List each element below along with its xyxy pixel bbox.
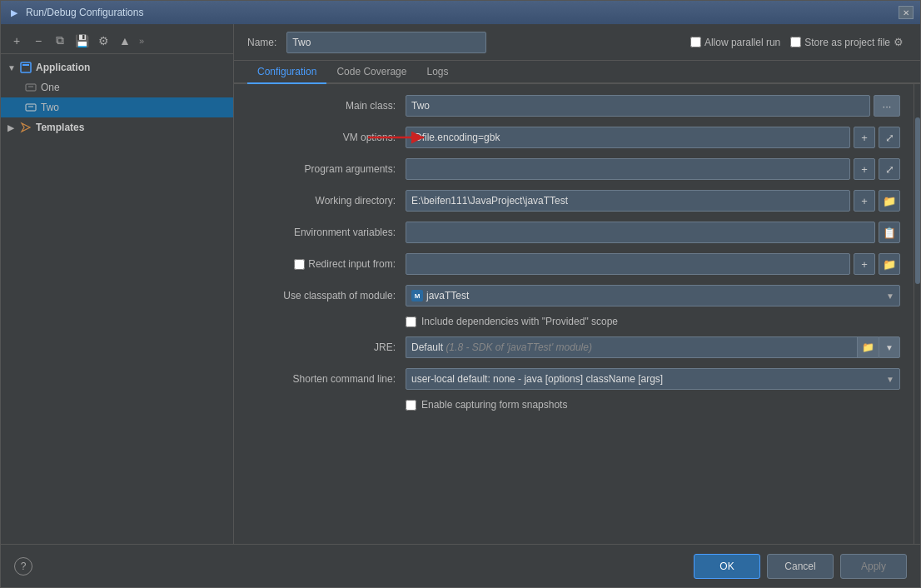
right-panel: Name: Allow parallel run Store as projec…	[234, 24, 920, 544]
sidebar: + − ⧉ 💾 ⚙ ▲ » ▼ Application	[1, 24, 234, 544]
jre-folder-button[interactable]: 📁	[857, 336, 879, 358]
main-content: + − ⧉ 💾 ⚙ ▲ » ▼ Application	[1, 24, 920, 544]
jre-input[interactable]: Default (1.8 - SDK of 'javaTTest' module…	[406, 336, 857, 358]
program-args-row: Program arguments: + ⤢	[247, 157, 900, 181]
env-vars-input[interactable]	[406, 222, 875, 243]
two-config-icon	[24, 101, 37, 114]
title-bar: ▶ Run/Debug Configurations ✕	[1, 1, 920, 24]
help-button[interactable]: ?	[14, 557, 32, 576]
application-group-icon	[19, 61, 32, 74]
redirect-input-checkbox[interactable]	[294, 259, 305, 270]
allow-parallel-checkbox[interactable]	[690, 37, 701, 47]
jre-value-muted: (1.8 - SDK of 'javaTTest' module)	[446, 341, 592, 353]
two-config-label: Two	[41, 102, 59, 113]
config-content: Main class: ··· VM options: +	[234, 84, 914, 544]
jre-row: JRE: Default (1.8 - SDK of 'javaTTest' m…	[247, 336, 900, 359]
store-project-gear-icon[interactable]: ⚙	[894, 36, 907, 49]
program-args-add-button[interactable]: +	[854, 158, 875, 180]
program-args-input[interactable]	[406, 158, 850, 180]
save-config-button[interactable]: 💾	[72, 32, 91, 50]
tabs-row: Configuration Code Coverage Logs	[234, 61, 920, 84]
main-class-label: Main class:	[247, 100, 406, 112]
shorten-cmd-row: Shorten command line: user-local default…	[247, 367, 900, 391]
env-vars-edit-button[interactable]: 📋	[879, 222, 900, 243]
classpath-caret-icon: ▼	[886, 292, 894, 301]
right-scrollbar[interactable]	[914, 84, 920, 544]
name-input[interactable]	[286, 32, 486, 53]
apply-button[interactable]: Apply	[840, 554, 907, 579]
vm-options-expand-button[interactable]: ⤢	[879, 127, 900, 148]
add-config-button[interactable]: +	[7, 32, 26, 50]
working-dir-browse-button[interactable]: 📁	[879, 190, 900, 212]
include-deps-checkbox[interactable]	[406, 316, 416, 327]
working-dir-add-button[interactable]: +	[854, 190, 875, 212]
shorten-cmd-caret-icon: ▼	[886, 375, 894, 384]
more-actions[interactable]: »	[139, 36, 144, 46]
svg-rect-2	[26, 84, 36, 91]
tree-item-one[interactable]: One	[1, 77, 233, 97]
vm-options-row: VM options: + ⤢	[247, 126, 900, 149]
ok-button[interactable]: OK	[694, 554, 760, 579]
working-dir-label: Working directory:	[247, 195, 406, 207]
tab-logs[interactable]: Logs	[416, 61, 458, 84]
jre-value: Default	[411, 341, 443, 353]
redirect-input-label: Redirect input from:	[305, 258, 396, 270]
redirect-add-button[interactable]: +	[854, 253, 875, 275]
module-icon: M	[411, 290, 423, 301]
one-config-icon	[24, 81, 37, 94]
config-form: Main class: ··· VM options: +	[234, 84, 914, 544]
working-dir-input[interactable]	[406, 190, 850, 212]
redirect-browse-button[interactable]: 📁	[879, 253, 900, 275]
env-vars-row: Environment variables: 📋	[247, 221, 900, 244]
tab-code-coverage[interactable]: Code Coverage	[326, 61, 416, 84]
tab-configuration[interactable]: Configuration	[247, 61, 326, 84]
vm-options-field: + ⤢	[406, 127, 900, 148]
templates-group-icon	[19, 121, 32, 134]
jre-label: JRE:	[247, 341, 406, 353]
include-deps-row: Include dependencies with "Provided" sco…	[247, 316, 900, 327]
store-project-checkbox[interactable]	[790, 37, 801, 47]
env-vars-field: 📋	[406, 222, 900, 243]
redirect-input-input[interactable]	[406, 253, 850, 275]
remove-config-button[interactable]: −	[29, 32, 47, 50]
templates-expand-arrow: ▶	[7, 122, 17, 132]
copy-config-button[interactable]: ⧉	[51, 32, 69, 50]
move-up-button[interactable]: ▲	[116, 32, 134, 50]
allow-parallel-wrap: Allow parallel run	[690, 37, 780, 48]
classpath-label: Use classpath of module:	[247, 290, 406, 301]
sidebar-toolbar: + − ⧉ 💾 ⚙ ▲ »	[1, 27, 233, 54]
scrollbar-thumb	[915, 117, 920, 284]
bottom-buttons: OK Cancel Apply	[694, 554, 907, 579]
main-class-row: Main class: ···	[247, 94, 900, 117]
classpath-row: Use classpath of module: M javaTTest ▼	[247, 284, 900, 307]
enable-capture-label: Enable capturing form snapshots	[421, 399, 567, 411]
include-deps-label: Include dependencies with "Provided" sco…	[421, 316, 618, 327]
close-button[interactable]: ✕	[899, 6, 914, 19]
tree-application-group[interactable]: ▼ Application	[1, 57, 233, 77]
classpath-dropdown[interactable]: M javaTTest ▼	[406, 285, 900, 306]
classpath-value: javaTTest	[426, 290, 469, 301]
main-class-input[interactable]	[406, 95, 870, 117]
shorten-cmd-field: user-local default: none - java [options…	[406, 368, 900, 390]
tree-expand-arrow: ▼	[7, 62, 17, 72]
vm-options-input[interactable]	[406, 127, 850, 148]
enable-capture-checkbox[interactable]	[406, 400, 416, 411]
settings-config-button[interactable]: ⚙	[94, 32, 112, 50]
cancel-button[interactable]: Cancel	[767, 554, 834, 579]
program-args-field: + ⤢	[406, 158, 900, 180]
tree-templates-group[interactable]: ▶ Templates	[1, 117, 233, 137]
main-class-field: ···	[406, 95, 900, 117]
program-args-label: Program arguments:	[247, 163, 406, 175]
jre-field: Default (1.8 - SDK of 'javaTTest' module…	[406, 336, 900, 358]
jre-dropdown-button[interactable]: ▼	[879, 336, 900, 358]
program-args-expand-button[interactable]: ⤢	[879, 158, 900, 180]
vm-options-add-button[interactable]: +	[854, 127, 875, 148]
main-class-browse-button[interactable]: ···	[874, 95, 900, 117]
store-project-label: Store as project file	[804, 37, 890, 48]
classpath-field: M javaTTest ▼	[406, 285, 900, 306]
shorten-cmd-dropdown[interactable]: user-local default: none - java [options…	[406, 368, 900, 390]
tree-item-two[interactable]: Two	[1, 97, 233, 117]
svg-rect-4	[26, 104, 36, 111]
run-debug-dialog: ▶ Run/Debug Configurations ✕ + − ⧉ 💾 ⚙ ▲…	[0, 0, 921, 588]
window-controls: ✕	[899, 6, 914, 19]
